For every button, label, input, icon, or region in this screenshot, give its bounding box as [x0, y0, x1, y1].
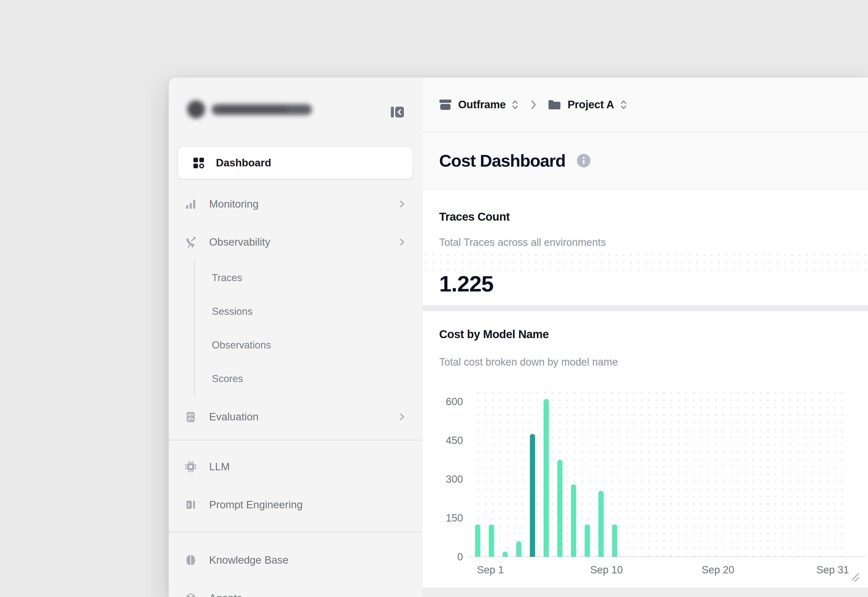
card-subtitle: Total cost broken down by model name — [439, 356, 851, 367]
folder-icon — [548, 99, 561, 110]
dot-grid-decoration — [422, 251, 868, 273]
sidebar-collapse-button[interactable] — [391, 105, 404, 119]
bar-Sep 3 — [516, 541, 521, 557]
cost-by-model-card: Cost by Model Name Total cost broken dow… — [422, 311, 868, 588]
bar-chart-icon — [185, 198, 197, 210]
desktop-background: Dashboard Monitoring — [0, 0, 868, 597]
card-separator — [422, 306, 868, 311]
bar-Sep 2 — [503, 552, 508, 557]
sidebar-item-agents[interactable]: Agents — [169, 579, 422, 597]
sidebar-item-label: Monitoring — [209, 198, 259, 210]
checklist-icon — [185, 411, 197, 423]
chevron-right-icon — [399, 200, 405, 208]
sidebar-divider — [169, 440, 422, 440]
bar-Aug 31 — [475, 524, 480, 557]
sidebar-item-label: Dashboard — [216, 157, 271, 169]
sidebar-item-label: Agents — [209, 592, 242, 597]
sublist-rail — [194, 261, 195, 395]
page-title: Cost Dashboard — [439, 151, 566, 171]
card-title: Traces Count — [439, 211, 851, 223]
sidebar-item-observations[interactable]: Observations — [169, 328, 422, 362]
bar-Sep 6 — [557, 460, 563, 557]
sidebar: Dashboard Monitoring — [169, 77, 422, 597]
sidebar-item-evaluation[interactable]: Evaluation — [169, 398, 422, 436]
svg-text:0: 0 — [457, 551, 463, 563]
sidebar-item-llm[interactable]: LLM — [169, 448, 422, 486]
chevron-right-icon — [399, 413, 405, 420]
sidebar-item-knowledge-base[interactable]: Knowledge Base — [169, 541, 422, 579]
sidebar-divider — [169, 532, 422, 532]
sidebar-item-sessions[interactable]: Sessions — [169, 295, 422, 328]
sidebar-item-scores[interactable]: Scores — [169, 362, 422, 396]
panel-collapse-icon — [391, 105, 404, 119]
content-below-fold — [422, 588, 868, 597]
breadcrumb-workspace[interactable]: Outframe — [458, 98, 506, 111]
bar-Sep 1 — [489, 524, 494, 557]
chevrons-up-down-icon[interactable] — [619, 99, 628, 111]
traces-count-value: 1.225 — [439, 271, 493, 297]
bar-Sep 7 — [571, 484, 576, 557]
sidebar-item-label: Prompt Engineering — [209, 499, 303, 511]
page-header: Cost Dashboard — [422, 132, 868, 190]
svg-text:600: 600 — [446, 396, 463, 407]
logo-mark-blurred — [187, 100, 205, 118]
bar-Sep 5 — [544, 399, 549, 557]
sidebar-item-label: Evaluation — [209, 411, 259, 423]
bar-Sep 4 — [530, 434, 535, 557]
svg-text:Sep 31: Sep 31 — [816, 564, 849, 576]
sidebar-sublist-observability: Traces Sessions Observations Scores — [169, 261, 422, 396]
sidebar-item-monitoring[interactable]: Monitoring — [169, 185, 422, 223]
traces-count-card: Traces Count Total Traces across all env… — [422, 190, 868, 306]
bar-Sep 8 — [585, 524, 590, 557]
info-icon[interactable] — [577, 154, 591, 168]
chevron-right-icon — [399, 239, 405, 246]
card-subtitle: Total Traces across all environments — [439, 237, 851, 248]
svg-text:Sep 1: Sep 1 — [477, 564, 504, 576]
dashboard-grid-icon — [193, 157, 204, 169]
cost-bar-chart[interactable]: 0150300450600Sep 1Sep 10Sep 20Sep 31 — [422, 374, 868, 588]
sidebar-item-label: LLM — [209, 461, 230, 473]
sidebar-item-observability[interactable]: Observability — [169, 223, 422, 261]
chip-icon — [185, 461, 197, 473]
breadcrumb-project[interactable]: Project A — [567, 98, 614, 111]
svg-text:450: 450 — [446, 435, 463, 446]
agent-cube-icon — [185, 592, 197, 597]
chevrons-up-down-icon[interactable] — [511, 99, 519, 111]
app-window: Dashboard Monitoring — [169, 77, 868, 597]
main-content: Outframe Project A — [422, 77, 868, 597]
svg-text:Sep 10: Sep 10 — [590, 564, 623, 576]
prompt-icon — [185, 499, 197, 511]
svg-text:150: 150 — [446, 512, 463, 524]
svg-text:300: 300 — [446, 474, 463, 485]
sidebar-item-prompt-engineering[interactable]: Prompt Engineering — [169, 486, 422, 524]
brain-icon — [185, 554, 197, 566]
sidebar-item-label: Knowledge Base — [209, 554, 289, 566]
bar-Sep 10 — [612, 524, 618, 557]
workspace-logo-blurred — [187, 100, 322, 121]
sidebar-item-dashboard[interactable]: Dashboard — [178, 147, 413, 179]
sidebar-item-traces[interactable]: Traces — [169, 261, 422, 295]
card-title: Cost by Model Name — [439, 328, 851, 340]
bar-Sep 9 — [598, 491, 604, 557]
sidebar-item-label: Observability — [209, 236, 270, 248]
breadcrumb-separator-icon — [530, 100, 536, 110]
satellite-icon — [185, 236, 197, 248]
resize-handle-icon — [852, 574, 859, 582]
breadcrumb: Outframe Project A — [422, 77, 868, 132]
sidebar-header — [169, 77, 422, 125]
svg-text:Sep 20: Sep 20 — [702, 564, 734, 576]
workspace-icon — [439, 99, 452, 111]
